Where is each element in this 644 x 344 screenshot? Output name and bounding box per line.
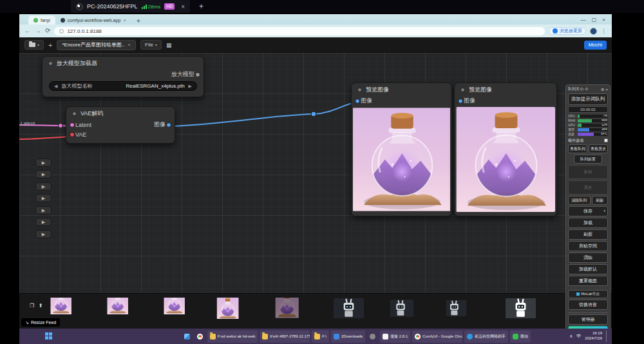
feed-thumbnail[interactable]	[334, 298, 364, 319]
latent-input-slot[interactable]	[70, 122, 75, 128]
file-menu-button[interactable]: File ▾	[140, 40, 162, 50]
workflow-tab-close-icon[interactable]: ×	[128, 42, 131, 48]
switch-language-button[interactable]: 切换语言	[568, 300, 608, 310]
node-canvas[interactable]: Latent ▶ ▶ ▶ ▶ ▶ ▶ ▶ 放大模型加载器 放大模型 ◀ 放大模型…	[19, 53, 612, 293]
chrome-button[interactable]	[194, 330, 205, 343]
collapsed-node[interactable]: ▶	[35, 158, 52, 167]
forward-icon[interactable]: →	[35, 28, 41, 34]
feed-up-icon[interactable]: ⬆	[39, 303, 43, 309]
next-arrow-icon[interactable]: ▶	[189, 84, 192, 89]
feed-thumbnail[interactable]	[272, 298, 307, 319]
feed-thumbnail[interactable]	[446, 298, 471, 319]
browser-tabstrip: fanyi comfyui-workflow-web.app × + — ▢ ×	[19, 14, 612, 24]
taskbar-window[interactable]: ComfyUI - Google Chro...	[412, 330, 462, 343]
rdp-session-tab[interactable]: PC-20240625HFPL 28ms HD ×	[71, 0, 190, 13]
task-view-button[interactable]	[182, 330, 193, 343]
extra-options-checkbox[interactable]	[604, 139, 608, 142]
show-desktop-button[interactable]	[606, 330, 608, 342]
refresh-button[interactable]: 刷新	[568, 229, 608, 240]
image-output-slot[interactable]	[166, 122, 171, 128]
output-slot[interactable]	[195, 72, 200, 77]
node-vae-decode[interactable]: VAE解码 Latent 图像 VAE	[66, 106, 175, 144]
window-minimize-icon[interactable]: —	[581, 17, 586, 23]
clipspace-button[interactable]: 剪贴空间	[568, 241, 608, 251]
chevron-down-icon[interactable]: ▾	[603, 209, 605, 213]
refresh-queue-button[interactable]: 刷新	[592, 196, 608, 205]
taskbar-window[interactable]: F:sd webui ak hd-web	[207, 330, 258, 343]
start-button[interactable]	[45, 332, 53, 340]
queue-front-button[interactable]: 队列前置	[574, 155, 601, 164]
image-input-slot[interactable]	[355, 99, 360, 104]
feed-thumbnail[interactable]	[160, 298, 194, 319]
browser-update-pill[interactable]: 浏览器更新	[549, 27, 586, 35]
browser-new-tab-button[interactable]: +	[137, 17, 140, 24]
settings-button[interactable]	[367, 330, 378, 343]
taskbar-window[interactable]: 初五科技网络助手	[464, 330, 508, 343]
collapsed-node[interactable]: ▶	[35, 170, 52, 178]
feed-thumbnail[interactable]	[390, 298, 416, 319]
node-preview-image-2[interactable]: 预览图像 图像	[454, 82, 557, 216]
site-info-icon[interactable]	[59, 29, 64, 33]
browser-tab-2[interactable]: comfyui-workflow-web.app ×	[55, 15, 131, 24]
taskbar-clock[interactable]: 16:19 2024/7/26	[585, 331, 602, 341]
clear-button[interactable]: 清除	[568, 253, 608, 263]
vae-input-slot[interactable]	[70, 132, 75, 137]
clear-queue-button[interactable]: 清除队列	[568, 196, 591, 205]
workflow-tab[interactable]: *Encore产品草图转绘单图.. ×	[57, 40, 136, 50]
queue-prompt-button[interactable]: 添加提示词队列	[568, 93, 608, 105]
node-upscale-model-loader[interactable]: 放大模型加载器 放大模型 ◀ 放大模型名称 RealESRGAN_x4plus.…	[42, 56, 204, 97]
workflow-folder-button[interactable]: ▾	[24, 40, 44, 50]
feed-thumbnail[interactable]	[216, 298, 251, 319]
new-workflow-button[interactable]: +	[48, 41, 52, 49]
collapsed-node[interactable]: ▶	[35, 206, 52, 215]
back-icon[interactable]: ←	[24, 28, 31, 34]
window-maximize-icon[interactable]: ▢	[592, 17, 597, 23]
collapsed-node[interactable]: ▶	[35, 182, 52, 191]
browser-menu-icon[interactable]: ⋮	[601, 28, 607, 34]
feed-thumbnail[interactable]	[506, 298, 536, 319]
mochi-button[interactable]: Mochi	[584, 41, 607, 50]
tab2-close-icon[interactable]: ×	[123, 17, 126, 23]
manager-button[interactable]: 管理器	[568, 314, 608, 325]
reload-icon[interactable]: ⟳	[45, 28, 50, 34]
collapse-dot-icon[interactable]	[357, 88, 362, 92]
model-name-widget[interactable]: ◀ 放大模型名称 RealESRGAN_x4plus.pth ▶	[49, 81, 197, 91]
collapse-dot-icon[interactable]	[48, 61, 53, 66]
rdp-tab-close-icon[interactable]: ×	[181, 3, 185, 10]
window-close-icon[interactable]: ×	[602, 17, 605, 23]
taskbar-window[interactable]: 微信	[510, 330, 531, 343]
save-button[interactable]: 保存▾	[568, 206, 608, 216]
taskbar-window[interactable]: 2Downloads	[331, 330, 365, 343]
reset-view-button[interactable]: 重置视图	[568, 276, 608, 286]
browser-tab-1[interactable]: fanyi	[28, 15, 55, 24]
view-queue-button[interactable]: 查看队列	[568, 144, 587, 153]
feed-thumbnail[interactable]	[103, 298, 137, 319]
feed-mode-icon[interactable]: ❐	[30, 303, 34, 309]
taskbar-window[interactable]: F:\	[312, 330, 329, 343]
image-input-slot[interactable]	[458, 99, 463, 104]
prev-arrow-icon[interactable]: ◀	[54, 84, 57, 89]
load-default-button[interactable]: 加载默认	[568, 264, 608, 274]
node-preview-image-1[interactable]: 预览图像 图像	[351, 82, 452, 216]
taskbar-window[interactable]: It'sAI 4807-2789.12.1756	[260, 330, 310, 343]
collapsed-node[interactable]: ▶	[35, 218, 52, 226]
mixlab-nodes-button[interactable]: MixLab节点	[568, 290, 608, 298]
settings-gear-icon[interactable]: ⚙	[601, 87, 604, 91]
profile-avatar[interactable]	[590, 28, 597, 35]
address-bar[interactable]: 127.0.0.1:8188	[54, 27, 545, 35]
workflow-grid-icon[interactable]: ▦	[166, 42, 172, 48]
load-button[interactable]: 加载	[568, 218, 608, 228]
menu-close-icon[interactable]: ×	[605, 88, 608, 91]
collapsed-node[interactable]: ▶	[35, 230, 52, 238]
tray-expand-icon[interactable]: ∧	[569, 334, 573, 339]
ime-language-indicator[interactable]: 中	[576, 333, 581, 339]
resize-feed-button[interactable]: ↘ Resize Feed	[21, 318, 60, 327]
feed-thumbnail[interactable]	[46, 298, 80, 319]
collapse-dot-icon[interactable]	[72, 111, 77, 116]
rdp-new-tab-button[interactable]: +	[199, 2, 204, 11]
collapsed-node[interactable]: ▶	[35, 194, 52, 202]
view-history-button[interactable]: 查看历史	[589, 144, 608, 153]
queue-panel: 队列	[568, 165, 608, 179]
taskbar-window[interactable]: 便签 2.8.1	[380, 330, 410, 343]
collapse-dot-icon[interactable]	[460, 88, 465, 92]
